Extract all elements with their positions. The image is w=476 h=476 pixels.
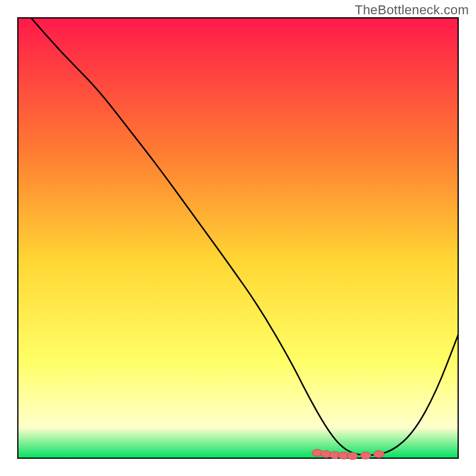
bottleneck-chart — [0, 0, 476, 476]
watermark-text: TheBottleneck.com — [355, 2, 469, 18]
chart-container: { "watermark": "TheBottleneck.com", "col… — [0, 0, 476, 476]
sweet-spot-marker — [374, 450, 384, 458]
sweet-spot-marker — [347, 452, 358, 459]
plot-background — [18, 18, 458, 458]
sweet-spot-marker — [361, 452, 371, 459]
